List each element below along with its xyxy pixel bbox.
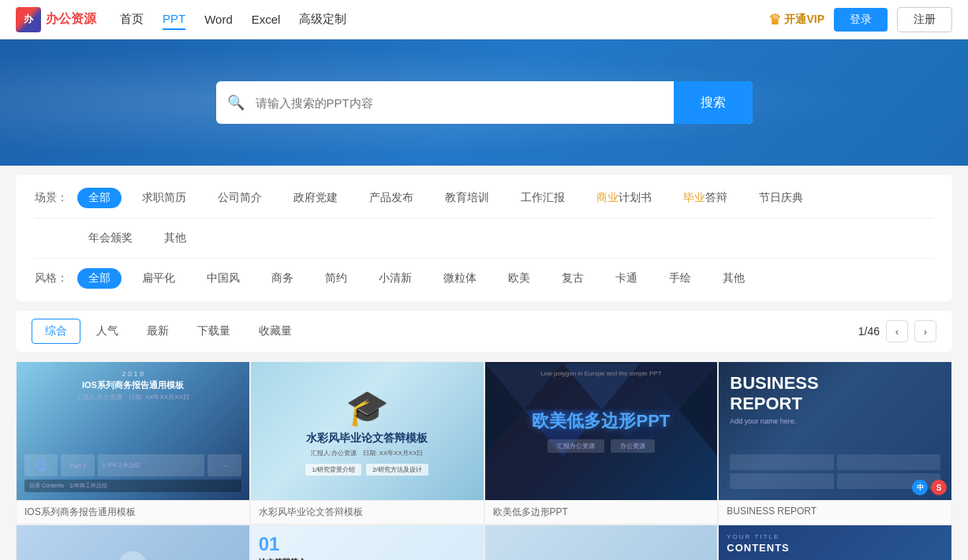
style-tag-all[interactable]: 全部 [77,268,121,289]
style-tag-cartoon[interactable]: 卡通 [604,268,648,289]
sort-tab-favorites[interactable]: 收藏量 [246,319,305,343]
search-input[interactable] [256,96,674,110]
search-bar: 🔍 搜索 [216,81,753,124]
scene-tag-education[interactable]: 教育培训 [434,188,500,208]
scene-tag-resume[interactable]: 求职简历 [131,188,197,208]
search-banner: 🔍 搜索 [0,39,968,166]
nav-custom[interactable]: 高级定制 [299,9,346,30]
scene-tag-government[interactable]: 政府党建 [282,188,349,208]
scene-tag-festival[interactable]: 节日庆典 [748,188,814,208]
card-thumb-bottom-1: ⬡ 目录 1/研究背景介绍 2/研究方法及设计 3/实验结果及分析 4/结论及致… [17,525,249,560]
vip-button[interactable]: ♛ 开通VIP [768,11,824,28]
card-thumb-3: Low polygon in Europe and the simple PPT… [485,362,718,500]
style-tag-other[interactable]: 其他 [712,268,756,289]
search-button[interactable]: 搜索 [674,81,753,124]
nav-links: 首页 PPT Word Excel 高级定制 [120,9,346,30]
scene-tag-other-scene[interactable]: 其他 [153,228,197,248]
vip-label: 开通VIP [784,13,824,27]
scene-tag-company[interactable]: 公司简介 [207,188,273,208]
nav-right: ♛ 开通VIP 登录 注册 [768,7,952,32]
card-polygon[interactable]: Low polygon in Europe and the simple PPT… [484,361,719,525]
register-button[interactable]: 注册 [897,7,952,32]
sort-tab-comprehensive[interactable]: 综合 [32,319,80,344]
sort-tab-newest[interactable]: 最新 [134,319,181,343]
sort-tab-downloads[interactable]: 下载量 [185,319,243,343]
page-info: 1/46 [858,325,880,338]
style-tag-simple[interactable]: 简约 [314,268,358,289]
next-page-button[interactable]: › [914,320,936,342]
zh-badge: 中 [912,480,928,495]
nav-excel[interactable]: Excel [252,9,281,29]
nav-home[interactable]: 首页 [120,9,144,30]
navbar: 办 办公资源 首页 PPT Word Excel 高级定制 ♛ 开通VIP 登录… [0,0,968,39]
style-tag-flat[interactable]: 扁平化 [131,268,186,289]
card-ios-business[interactable]: 2 0 1 8 IOS系列商务报告通用模板 汇报人:办公资源 日期: XX年XX… [16,361,250,525]
scene-tag-all[interactable]: 全部 [77,188,121,208]
style-tag-chinese[interactable]: 中国风 [196,268,251,289]
style-filter-row: 风格： 全部 扁平化 中国风 商务 简约 小清新 微粒体 欧美 复古 卡通 手绘… [35,258,933,289]
card-thumb-bottom-3: 会议 [485,525,718,560]
search-icon: 🔍 [216,94,256,111]
s-badge: S [931,480,947,495]
scene-tag-graduation[interactable]: 毕业答辩 [672,188,738,208]
scene-tag-business[interactable]: 商业计划书 [585,188,663,208]
nav-ppt[interactable]: PPT [163,9,185,30]
nav-word[interactable]: Word [204,9,233,29]
scene-label: 场景： [35,191,68,205]
card-thumb-bottom-2: 01 论文答辩简介 本论文答辩汇报的主要内容 包含以下几个重要方面: [251,525,484,560]
card-watercolor-grad[interactable]: 🎓 水彩风毕业论文答辩模板 汇报人:办公资源 日期: XX年XX月XX日 1/研… [250,361,484,525]
card-label-3: 欧美低多边形PPT [485,500,718,524]
card-thumb-1: 2 0 1 8 IOS系列商务报告通用模板 汇报人:办公资源 日期: XX年XX… [17,362,249,500]
style-label: 风格： [35,271,68,286]
card-bottom-3[interactable]: 会议 欧美低多边形PPT [484,525,719,560]
scene-tag-product[interactable]: 产品发布 [358,188,424,208]
card-label-2: 水彩风毕业论文答辩模板 [251,500,484,524]
style-tag-fresh[interactable]: 小清新 [368,268,423,289]
card-business-report[interactable]: BUSINESS REPORT Add your name here. S 中 … [718,361,952,525]
style-tag-particle[interactable]: 微粒体 [432,268,488,289]
logo-text: 办公资源 [46,11,96,28]
card-label-4: BUSINESS REPORT [719,500,951,521]
card-bottom-4[interactable]: YOUR TITLE CONTENTS ADD YOUR TEXT ADD YO… [718,525,952,560]
card-bottom-1[interactable]: ⬡ 目录 1/研究背景介绍 2/研究方法及设计 3/实验结果及分析 4/结论及致… [16,525,250,560]
card-thumb-4: BUSINESS REPORT Add your name here. S 中 [719,362,951,500]
card-thumb-2: 🎓 水彩风毕业论文答辩模板 汇报人:办公资源 日期: XX年XX月XX日 1/研… [251,362,484,500]
filter-section: 场景： 全部 求职简历 公司简介 政府党建 产品发布 教育培训 工作汇报 商业计… [16,175,952,301]
pagination: 1/46 ‹ › [858,320,936,342]
card-bottom-2[interactable]: 01 论文答辩简介 本论文答辩汇报的主要内容 包含以下几个重要方面: 水彩风毕业… [250,525,484,560]
login-button[interactable]: 登录 [834,8,888,32]
scene-tag-annual[interactable]: 年会颁奖 [77,228,144,248]
scene-filter-row: 场景： 全部 求职简历 公司简介 政府党建 产品发布 教育培训 工作汇报 商业计… [35,188,933,208]
prev-page-button[interactable]: ‹ [886,320,908,342]
card-label-1: IOS系列商务报告通用模板 [17,500,249,524]
site-logo[interactable]: 办 办公资源 [16,7,96,32]
style-tag-handdrawn[interactable]: 手绘 [658,268,702,289]
style-tag-western[interactable]: 欧美 [497,268,541,289]
scene-filter-row2: 年会颁奖 其他 [35,218,933,248]
logo-icon: 办 [16,7,41,32]
card-grid: 2 0 1 8 IOS系列商务报告通用模板 汇报人:办公资源 日期: XX年XX… [16,361,952,560]
crown-icon: ♛ [768,11,781,28]
sort-tab-popular[interactable]: 人气 [84,319,131,343]
sort-bar: 综合 人气 最新 下载量 收藏量 1/46 ‹ › [16,311,952,352]
card-thumb-bottom-4: YOUR TITLE CONTENTS ADD YOUR TEXT ADD YO… [719,525,951,560]
style-tag-business[interactable]: 商务 [260,268,305,289]
style-tag-retro[interactable]: 复古 [551,268,595,289]
scene-tag-work[interactable]: 工作汇报 [510,188,576,208]
